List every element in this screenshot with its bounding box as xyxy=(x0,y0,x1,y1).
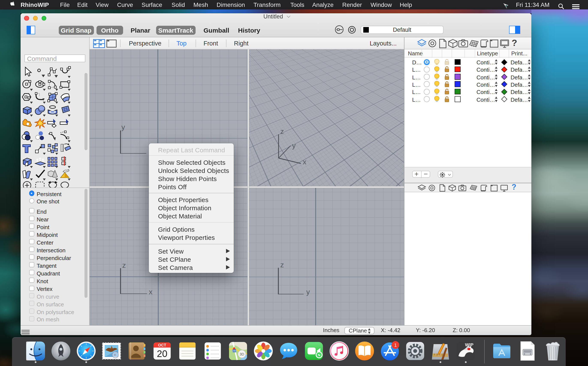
svg-text:20: 20 xyxy=(157,348,167,359)
svg-text:OCT: OCT xyxy=(158,343,166,347)
svg-text:WIP: WIP xyxy=(465,342,474,347)
svg-text:z: z xyxy=(280,130,284,135)
svg-text:280: 280 xyxy=(233,350,236,352)
svg-text:3D: 3D xyxy=(240,352,244,356)
svg-text:1: 1 xyxy=(394,343,397,348)
svg-text:x: x xyxy=(303,158,306,165)
svg-text:y: y xyxy=(292,141,296,150)
